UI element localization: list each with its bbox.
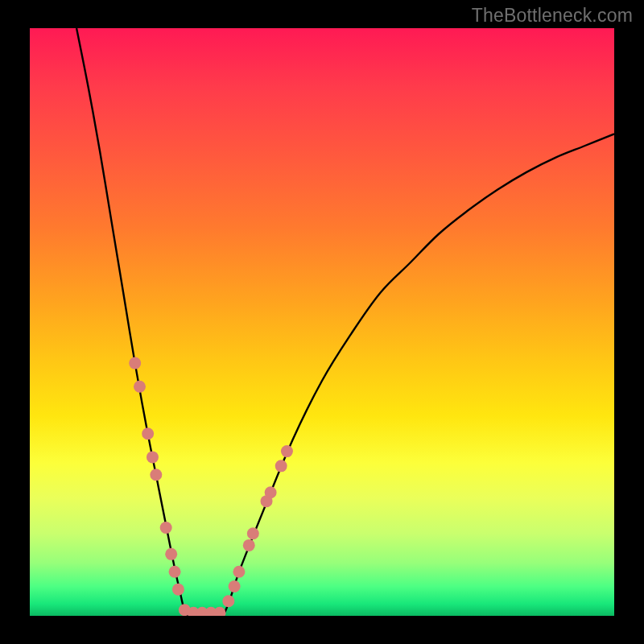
data-point — [222, 595, 234, 607]
plot-area — [30, 28, 614, 616]
bottleneck-curve — [76, 28, 614, 616]
chart-svg — [30, 28, 614, 616]
data-point — [213, 607, 225, 616]
data-point — [150, 469, 162, 481]
data-point — [134, 381, 146, 393]
data-point — [243, 539, 255, 551]
data-point — [229, 580, 241, 592]
data-point — [169, 566, 181, 578]
data-point — [172, 584, 184, 596]
data-point — [160, 522, 172, 534]
data-point — [147, 451, 159, 463]
data-point — [247, 527, 259, 539]
data-point — [281, 445, 293, 457]
data-point — [142, 427, 154, 440]
data-point — [275, 460, 287, 472]
data-point — [129, 357, 141, 369]
data-point — [233, 566, 245, 578]
data-point — [165, 548, 177, 560]
outer-frame: TheBottleneck.com — [0, 0, 644, 644]
watermark-text: TheBottleneck.com — [472, 5, 633, 27]
data-point — [265, 486, 277, 498]
